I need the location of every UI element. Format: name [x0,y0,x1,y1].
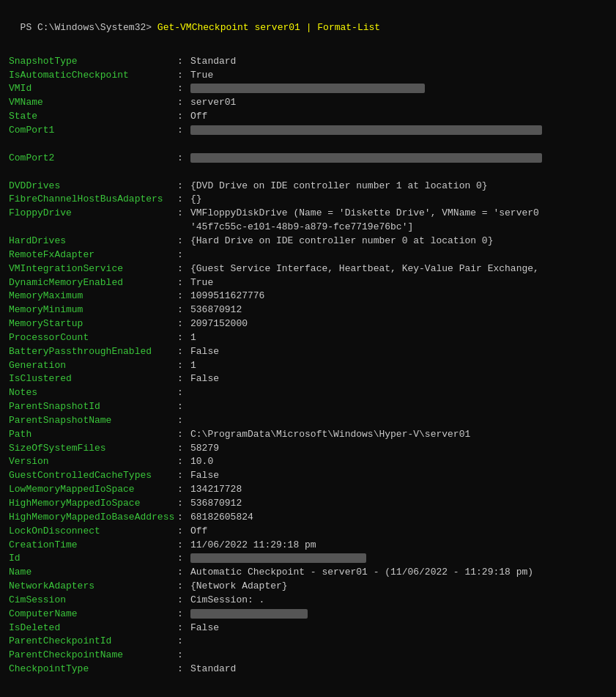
row-sep: : [177,414,190,428]
row-key: ComPort1 [9,124,177,138]
row-key: ComputerName [9,608,177,622]
table-row: CheckpointType : Standard [9,663,607,676]
table-row: RemoteFxAdapter : [9,248,607,262]
table-row: ComPort2 : [9,152,607,166]
row-value [190,400,607,414]
row-sep: : [177,497,190,511]
row-sep: : [177,55,190,69]
table-row: VMIntegrationService : {Guest Service In… [9,262,607,276]
row-sep: : [177,331,190,345]
row-value: CimSession: . [190,594,607,608]
table-row: LockOnDisconnect : Off [9,525,607,539]
table-row [9,138,607,152]
row-value: {Network Adapter} [190,580,607,594]
row-value: server01 [190,96,607,110]
row-value [190,635,607,649]
row-value: 536870912 [190,497,607,511]
row-value: Standard [190,663,607,676]
row-key: IsAutomaticCheckpoint [9,69,177,83]
row-key: HighMemoryMappedIoBaseAddress [9,511,177,525]
row-value: 58279 [190,442,607,456]
row-key: RemoteFxAdapter [9,248,177,262]
row-value: False [190,469,607,483]
row-key: VMIntegrationService [9,262,177,276]
row-value: 134217728 [190,483,607,497]
prompt-line: PS C:\Windows\System32> Get-VMCheckpoint… [9,7,607,35]
row-key: CreationTime [9,539,177,553]
row-key: CheckpointType [9,663,177,676]
row-value: False [190,622,607,635]
table-row: IsDeleted : False [9,622,607,635]
table-row: Id : [9,552,607,566]
row-sep: : [177,248,190,262]
table-row: ParentSnapshotId : [9,400,607,414]
table-row: ParentCheckpointName : [9,649,607,663]
row-key: VMName [9,96,177,110]
row-sep: : [177,290,190,303]
row-value: Off [190,110,607,124]
row-key: ParentSnapshotName [9,414,177,428]
table-row: MemoryMaximum : 1099511627776 [9,290,607,303]
row-sep: : [177,82,190,96]
table-row: FloppyDrive : VMFloppyDiskDrive (Name = … [9,207,607,221]
row-sep: : [177,124,190,138]
row-key: SizeOfSystemFiles [9,442,177,456]
row-value [190,124,607,138]
row-key: MemoryMinimum [9,303,177,317]
table-row: SnapshotType : Standard [9,55,607,69]
row-sep: : [177,193,190,207]
row-key: IsDeleted [9,622,177,635]
row-key: ProcessorCount [9,331,177,345]
row-value: False [190,372,607,386]
row-key: Path [9,428,177,442]
row-key: NetworkAdapters [9,580,177,594]
row-key: FibreChannelHostBusAdapters [9,193,177,207]
row-key: Generation [9,359,177,373]
row-sep: : [177,552,190,566]
row-value: 1099511627776 [190,290,607,303]
row-value: {DVD Drive on IDE controller number 1 at… [190,180,607,193]
row-key [9,221,177,235]
row-sep: : [177,594,190,608]
row-value: False [190,345,607,359]
table-row: FibreChannelHostBusAdapters : {} [9,193,607,207]
table-row: Path : C:\ProgramData\Microsoft\Windows\… [9,428,607,442]
table-row: ComputerName : [9,608,607,622]
table-row: VMId : [9,82,607,96]
row-value: True [190,276,607,290]
row-sep: : [177,96,190,110]
table-row: VMName : server01 [9,96,607,110]
row-sep: : [177,110,190,124]
row-sep: : [177,455,190,469]
table-row: CreationTime : 11/06/2022 11:29:18 pm [9,539,607,553]
prompt-ps: PS C:\Windows\System32> [21,22,157,33]
table-row: MemoryMinimum : 536870912 [9,303,607,317]
row-key: CimSession [9,594,177,608]
row-value: Standard [190,55,607,69]
row-sep: : [177,152,190,166]
row-key: Id [9,552,177,566]
row-value: '45f7c55c-e101-48b9-a879-fce7719e76bc'] [190,221,607,235]
row-key: MemoryMaximum [9,290,177,303]
row-value [190,82,607,96]
row-sep: : [177,372,190,386]
row-key: DynamicMemoryEnabled [9,276,177,290]
row-key: HardDrives [9,235,177,248]
row-sep: : [177,345,190,359]
row-sep: : [177,400,190,414]
table-row: Name : Automatic Checkpoint - server01 -… [9,566,607,580]
table-row: BatteryPassthroughEnabled : False [9,345,607,359]
row-value: 536870912 [190,303,607,317]
row-sep: : [177,525,190,539]
row-key: IsClustered [9,372,177,386]
table-row: IsClustered : False [9,372,607,386]
table-row: '45f7c55c-e101-48b9-a879-fce7719e76bc'] [9,221,607,235]
row-sep: : [177,386,190,400]
row-key: VMId [9,82,177,96]
row-key: ParentSnapshotId [9,400,177,414]
row-key: DVDDrives [9,180,177,193]
row-value [190,152,607,166]
table-row: SizeOfSystemFiles : 58279 [9,442,607,456]
row-sep: : [177,303,190,317]
row-sep: : [177,442,190,456]
